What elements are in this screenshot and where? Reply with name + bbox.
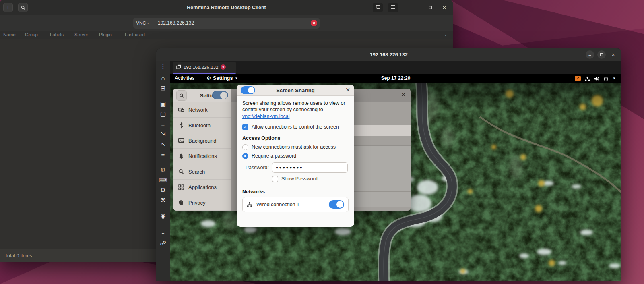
sidebar-item-background[interactable]: Background [173, 133, 231, 149]
session-title: 192.168.226.132 [156, 52, 621, 58]
ask-access-radio-row[interactable]: New connections must ask for access [242, 144, 349, 150]
list-tree-icon [375, 4, 380, 11]
sidebar-item-label: Applications [188, 184, 217, 190]
clear-address-icon[interactable]: ✕ [311, 20, 317, 26]
tab-window-icon [176, 64, 181, 71]
disconnect-icon[interactable]: ☍ [159, 240, 167, 246]
status-text: Total 0 items. [5, 253, 33, 259]
search-button[interactable] [18, 3, 28, 12]
settings-search-button[interactable] [176, 90, 187, 101]
require-password-label: Require a password [252, 153, 296, 159]
tray-chevron-icon: ▼ [613, 77, 616, 80]
ask-access-label: New connections must ask for access [252, 144, 336, 150]
remmina-headerbar: Remmina Remote Desktop Client + – × [0, 0, 453, 15]
home-icon[interactable]: ⌂ [159, 75, 167, 81]
checkbox-unchecked-icon[interactable] [272, 176, 278, 182]
sidebar-item-label: Network [188, 107, 208, 113]
fullscreen-window-icon[interactable]: ▢ [159, 111, 167, 117]
close-button[interactable]: × [440, 3, 449, 12]
volume-icon [594, 76, 599, 81]
remmina-quick-connect-bar: VNC ▾ 192.168.226.132 ✕ [0, 15, 453, 31]
sidebar-item-search[interactable]: Search [173, 164, 231, 180]
dialog-close-icon[interactable]: ✕ [345, 87, 350, 93]
scaled-mode-icon[interactable]: ⇲ [159, 131, 167, 137]
minimize-window-icon[interactable]: ⌄ [159, 229, 167, 235]
tab-close-icon[interactable]: ✕ [221, 64, 226, 70]
column-header-group[interactable]: Group [25, 32, 38, 37]
session-titlebar: 192.168.226.132 – × [156, 48, 621, 61]
tools-icon[interactable]: ⚒ [159, 197, 167, 203]
dialog-body: Screen sharing allows remote users to vi… [237, 96, 354, 227]
vnc-link[interactable]: vnc://debian-vm.local [242, 114, 289, 119]
sidebar-item-network[interactable]: Network [173, 102, 231, 118]
maximize-button[interactable] [426, 3, 435, 12]
session-maximize-button[interactable] [597, 50, 606, 59]
settings-close-icon[interactable]: ✕ [399, 91, 407, 98]
new-connection-icon[interactable]: ⊞ [159, 85, 167, 91]
wired-connection-row[interactable]: Wired connection 1 [242, 197, 349, 212]
sharing-master-toggle[interactable] [212, 91, 228, 99]
sidebar-item-label: Privacy [188, 200, 206, 206]
preferences-icon[interactable]: ⚙ [159, 187, 167, 193]
checkbox-checked-icon[interactable]: ✓ [242, 124, 248, 130]
screen-share-indicator-icon: ↗ [575, 76, 581, 81]
radio-unchecked-icon[interactable] [242, 144, 248, 150]
password-row: Password: ●●●●●●●● [242, 162, 349, 173]
gnome-topbar: Activities ⚙ Settings ▼ Sep 17 22:20 ↗ ▼ [170, 74, 621, 83]
kebab-menu-icon[interactable]: ⋮ [159, 63, 167, 69]
sidebar-item-applications[interactable]: Applications [173, 180, 231, 195]
toolbar-rows-icon[interactable]: ≡ [159, 121, 167, 127]
allow-connections-label: Allow connections to control the screen [252, 124, 339, 130]
radio-checked-icon[interactable] [242, 153, 248, 159]
view-list-button[interactable] [388, 3, 398, 12]
screenshot-icon[interactable]: ◉ [159, 213, 167, 219]
wired-connection-label: Wired connection 1 [256, 202, 299, 207]
sidebar-item-notifications[interactable]: Notifications [173, 149, 231, 164]
column-header-labels[interactable]: Labels [50, 32, 64, 37]
require-password-radio-row[interactable]: Require a password [242, 153, 349, 159]
remote-desktop: Activities ⚙ Settings ▼ Sep 17 22:20 ↗ ▼ [170, 74, 621, 281]
notifications-icon [178, 153, 184, 160]
session-left-toolbar: ⋮⌂⊞▣▢≡⇲⇱≡⧉⌨⚙⚒◉⌄☍ [156, 61, 170, 281]
search-icon [178, 168, 184, 175]
column-header-server[interactable]: Server [74, 32, 88, 37]
multi-monitor-icon[interactable]: ⧉ [159, 167, 167, 173]
privacy-hand-icon [178, 199, 184, 206]
minimize-button[interactable]: – [412, 3, 421, 12]
dynamic-resolution-icon[interactable]: ⇱ [159, 141, 167, 147]
toolbar-rows2-icon[interactable]: ≡ [159, 151, 167, 157]
column-header-name[interactable]: Name [3, 32, 16, 37]
column-header-plugin[interactable]: Plugin [99, 32, 112, 37]
clock[interactable]: Sep 17 22:20 [170, 75, 621, 81]
sidebar-item-label: Notifications [188, 153, 217, 159]
background-icon [178, 137, 184, 144]
sidebar-item-privacy[interactable]: Privacy [173, 195, 231, 210]
show-password-row[interactable]: Show Password [272, 176, 349, 182]
session-minimize-button[interactable]: – [586, 50, 594, 59]
password-input[interactable]: ●●●●●●●● [272, 162, 348, 173]
sidebar-item-label: Bluetooth [188, 122, 211, 129]
new-connection-button[interactable]: + [3, 3, 13, 12]
power-icon [603, 76, 609, 81]
connection-list-header: NameGroupLabelsServerPluginLast used ⌄ [0, 31, 453, 39]
quick-connect-input[interactable]: 192.168.226.132 ✕ [152, 18, 320, 29]
bluetooth-icon [178, 122, 184, 129]
keyboard-grab-icon[interactable]: ⌨ [159, 177, 167, 183]
dialog-header: Screen Sharing ✕ [237, 85, 354, 96]
sidebar-item-label: Search [188, 169, 205, 175]
fullscreen-icon[interactable]: ▣ [159, 101, 167, 107]
sidebar-item-label: Background [188, 138, 216, 144]
settings-sidebar: Settings NetworkBluetoothBackgroundNotif… [173, 89, 231, 211]
view-tree-button[interactable] [373, 3, 383, 12]
wired-connection-toggle[interactable] [329, 200, 344, 209]
allow-connections-row[interactable]: ✓ Allow connections to control the scree… [242, 124, 349, 130]
system-tray[interactable]: ↗ ▼ [575, 74, 616, 83]
sidebar-item-bluetooth[interactable]: Bluetooth [173, 118, 231, 133]
columns-chevron-icon[interactable]: ⌄ [444, 31, 448, 37]
column-header-last-used[interactable]: Last used [125, 32, 145, 37]
network-displays-icon [178, 107, 184, 113]
protocol-select[interactable]: VNC ▾ [133, 18, 152, 29]
session-close-button[interactable]: × [609, 50, 617, 59]
session-tab[interactable]: 192.168.226.132 ✕ [173, 62, 236, 73]
access-options-heading: Access Options [242, 135, 349, 141]
